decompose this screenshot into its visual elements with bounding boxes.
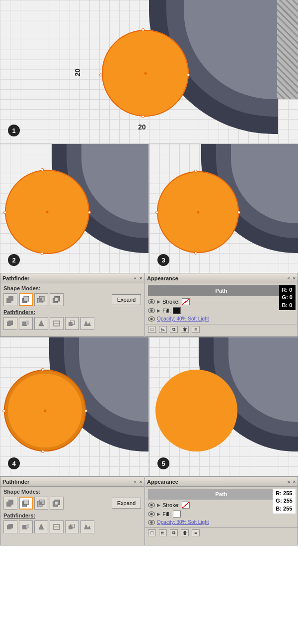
arrow-fill-1[interactable]: ▶ xyxy=(157,308,160,313)
close-icon-2[interactable]: × xyxy=(140,479,142,484)
steps-2-3-row: 2 3 xyxy=(0,144,298,273)
step3-panel: 3 xyxy=(149,144,298,273)
del-icon[interactable]: 🗑 xyxy=(181,326,189,333)
pf2-btn1[interactable] xyxy=(3,520,17,533)
orange-circle-step2 xyxy=(5,170,89,254)
step2-panel: 2 xyxy=(0,144,149,273)
minus-front-btn-2[interactable] xyxy=(19,497,33,510)
appearance-title-2: Appearance xyxy=(147,479,178,485)
intersect-btn-2[interactable] xyxy=(34,497,48,510)
fill-swatch-1[interactable] xyxy=(173,307,181,314)
svg-marker-33 xyxy=(39,524,44,529)
anchor-bottom xyxy=(142,115,145,118)
pf2-btn2[interactable] xyxy=(19,520,33,533)
menu-icon[interactable]: ≡ xyxy=(192,326,200,333)
rgb-display-1: R: 0 G: 0 B: 0 xyxy=(279,285,296,310)
pathfinders-label-1: Pathfinders: xyxy=(0,307,144,316)
anchor-right xyxy=(187,73,190,76)
center-dot xyxy=(144,72,147,74)
eye-opacity-2[interactable] xyxy=(148,520,155,525)
step1-panel: 1 20 20 xyxy=(0,0,298,144)
step2-label: 2 xyxy=(8,254,20,266)
stroke-row-1: ▶ Stroke: xyxy=(145,297,298,306)
close-icon-a2[interactable]: × xyxy=(293,479,296,484)
opacity-text-2[interactable]: Opacity: 30% Soft Light xyxy=(157,519,209,525)
dup-icon[interactable]: ⧉ xyxy=(170,326,178,333)
pathfinder-title-2: Pathfinder xyxy=(2,479,29,485)
unite-btn-1[interactable] xyxy=(3,293,17,306)
shape-modes-label-2: Shape Modes: xyxy=(0,487,144,496)
pf2-btn3[interactable] xyxy=(34,520,48,533)
dup-icon-2[interactable]: ⧉ xyxy=(170,529,178,536)
dim-bottom: 20 xyxy=(138,123,146,131)
collapse-icon-1[interactable]: « xyxy=(134,276,137,281)
shape-modes-row-1: Expand xyxy=(0,292,144,307)
a-right3 xyxy=(237,211,240,214)
arrow-fill-2[interactable]: ▶ xyxy=(157,512,160,516)
menu-icon-2[interactable]: ≡ xyxy=(192,529,200,536)
fx-icon-2[interactable]: fx. xyxy=(159,529,167,536)
collapse-icon-a2[interactable]: « xyxy=(288,479,290,484)
pf-btn2[interactable] xyxy=(19,317,33,330)
cdot4 xyxy=(44,409,46,412)
anchor-left xyxy=(99,73,102,76)
fx-icon[interactable]: fx. xyxy=(159,326,167,333)
pathfinders-buttons-2 xyxy=(0,519,144,534)
del-icon-2[interactable]: 🗑 xyxy=(181,529,189,536)
pathfinder-title-1: Pathfinder xyxy=(2,275,29,281)
eye-fill-2[interactable] xyxy=(148,512,155,516)
new-art-icon-2[interactable]: □ xyxy=(148,529,156,536)
close-icon-1[interactable]: × xyxy=(140,276,142,281)
cdot3 xyxy=(197,211,199,213)
stroke-swatch-1[interactable] xyxy=(182,298,190,305)
pf-btn3[interactable] xyxy=(34,317,48,330)
opacity-text-1[interactable]: Opacity: 40% Soft Light xyxy=(157,316,209,322)
unite-btn-2[interactable] xyxy=(3,497,17,510)
arrow-stroke-2[interactable]: ▶ xyxy=(157,503,160,508)
opacity-row-2: Opacity: 30% Soft Light xyxy=(145,518,298,526)
svg-rect-11 xyxy=(8,321,13,325)
svg-rect-22 xyxy=(24,500,29,505)
fill-row-1: ▶ Fill: xyxy=(145,306,298,315)
appearance-path-section-1: Path R: 0 G: 0 B: 0 xyxy=(145,285,298,296)
fill-swatch-2[interactable] xyxy=(173,511,181,517)
expand-button-2[interactable]: Expand xyxy=(112,498,141,509)
pf-btn4[interactable] xyxy=(50,317,64,330)
close-icon-a1[interactable]: × xyxy=(293,276,296,281)
eye-stroke-2[interactable] xyxy=(148,503,155,508)
eye-fill-1[interactable] xyxy=(148,308,155,313)
appearance-icons-1: « × xyxy=(288,276,296,281)
pf-btn6[interactable] xyxy=(80,317,94,330)
pathfinders-buttons-1 xyxy=(0,316,144,331)
a-left2 xyxy=(3,211,6,214)
pf2-btn4[interactable] xyxy=(50,520,64,533)
exclude-btn-2[interactable] xyxy=(50,497,64,510)
eye-stroke-1[interactable] xyxy=(148,299,155,304)
pathfinder-panel-1: Pathfinder « × Shape Modes: xyxy=(0,273,144,337)
stroke-swatch-2[interactable] xyxy=(182,502,190,509)
new-art-icon[interactable]: □ xyxy=(148,326,156,333)
pf2-btn5[interactable] xyxy=(65,520,79,533)
step4-panel: 4 xyxy=(0,337,149,476)
exclude-btn-1[interactable] xyxy=(50,293,64,306)
collapse-icon-2[interactable]: « xyxy=(134,479,137,484)
svg-rect-9 xyxy=(55,298,58,301)
eye-opacity-1[interactable] xyxy=(148,317,155,322)
appearance-bottom-row-2: □ fx. ⧉ 🗑 ≡ xyxy=(145,527,298,538)
expand-button-1[interactable]: Expand xyxy=(112,294,141,305)
pf-btn1[interactable] xyxy=(3,317,17,330)
minus-front-btn-1[interactable] xyxy=(19,293,33,306)
pathfinders-link-2[interactable]: Pathfinders: xyxy=(3,513,35,518)
arrow-stroke-1[interactable]: ▶ xyxy=(157,299,160,304)
path-row-2: Path R: 255 G: 255 B: 255 xyxy=(148,489,295,500)
intersect-btn-1[interactable] xyxy=(34,293,48,306)
pathfinders-label-2: Pathfinders: xyxy=(0,511,144,519)
pathfinders-link-1[interactable]: Pathfinders: xyxy=(3,309,35,315)
collapse-icon-a1[interactable]: « xyxy=(288,276,290,281)
pf2-btn6[interactable] xyxy=(80,520,94,533)
svg-rect-20 xyxy=(8,500,13,505)
pf-btn5[interactable] xyxy=(65,317,79,330)
a-bottom2 xyxy=(41,252,44,255)
a-top4 xyxy=(41,368,44,371)
a-bottom4 xyxy=(41,450,44,453)
